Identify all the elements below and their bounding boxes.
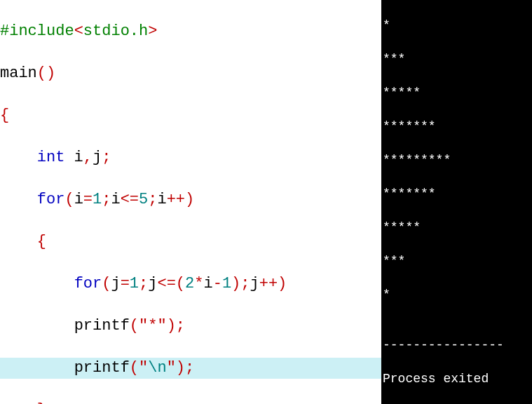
code-line-highlighted: printf("\n"); [0, 358, 381, 379]
code-line: for(i=1;i<=5;i++) [0, 189, 381, 210]
console-line: ******* [383, 118, 532, 135]
console-line: ---------------- [383, 337, 532, 354]
console-line: Process exited [383, 370, 532, 387]
code-line: for(j=1;j<=(2*i-1);j++) [0, 274, 381, 295]
console-line: ********* [383, 152, 532, 168]
console-line: ***** [383, 84, 532, 101]
code-line: int i,j; [0, 147, 381, 168]
code-line: { [0, 231, 381, 252]
code-line: main() [0, 63, 381, 84]
code-line: printf("*"); [0, 316, 381, 337]
console-line: ***** [383, 219, 532, 236]
output-console: * *** ***** ******* ********* ******* **… [381, 0, 532, 404]
code-line: { [0, 105, 381, 126]
code-line: }; [0, 400, 381, 404]
console-line: * [383, 17, 532, 34]
console-line: *** [383, 50, 532, 67]
code-editor[interactable]: #include<stdio.h> main() { int i,j; for(… [0, 0, 381, 404]
console-line: *** [383, 252, 532, 269]
console-line: * [383, 286, 532, 303]
code-line: #include<stdio.h> [0, 21, 381, 42]
console-line: ******* [383, 185, 532, 202]
